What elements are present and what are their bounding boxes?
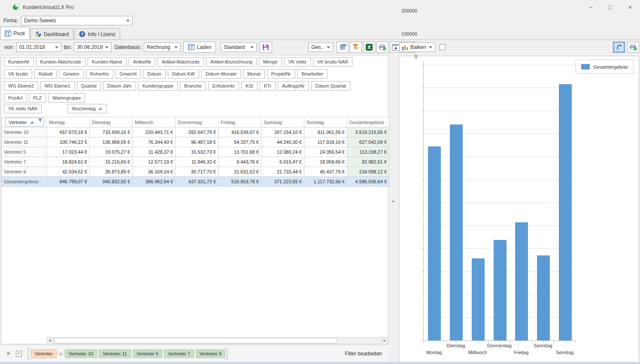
layout-select[interactable]: Standard <box>221 42 257 52</box>
field-chip-kunden-name[interactable]: Kunden-Name <box>88 57 127 67</box>
collapse-right-icon[interactable]: ▸ <box>392 199 394 203</box>
field-chip-artikel-matchcode[interactable]: Artikel-Matchcode <box>158 57 204 67</box>
print-chart-button[interactable]: ? <box>627 42 639 53</box>
swap-axes-button[interactable] <box>613 42 625 53</box>
column-header-dienstag[interactable]: Dienstag <box>90 117 133 127</box>
pivot-cell[interactable]: 19.075,27 € <box>90 147 133 157</box>
field-chip-roherlös[interactable]: Roherlös <box>86 69 113 79</box>
field-chip-branche[interactable]: Branche <box>180 81 206 91</box>
pivot-cell[interactable]: 220.443,71 € <box>133 127 176 137</box>
chart-option-checkbox[interactable] <box>440 44 446 50</box>
remove-filter-icon[interactable]: ✕ <box>6 350 11 357</box>
chart-bar-montag[interactable] <box>428 146 441 340</box>
pivot-cell[interactable]: 733.699,15 € <box>90 127 133 137</box>
field-chip-kundennr[interactable]: KundenNr <box>4 57 34 67</box>
pivot-cell[interactable]: 17.023,44 € <box>47 147 90 157</box>
pivot-cell[interactable]: 113.198,27 € <box>347 147 389 157</box>
chart-bar-freitag[interactable] <box>515 222 528 340</box>
field-chip-menge[interactable]: Menge <box>259 57 282 67</box>
field-chip-artikelnr[interactable]: ArtikelNr <box>129 57 155 67</box>
minimize-button[interactable]: − <box>581 0 601 14</box>
row-header-vertreter-9[interactable]: Vertreter 9 <box>2 167 47 177</box>
scroll-left-icon[interactable]: ◄ <box>46 337 53 344</box>
chart-bar-samstag[interactable] <box>537 255 550 340</box>
filter-value-chip-vertreter-10[interactable]: Vertreter 10 <box>65 349 97 358</box>
pivot-cell[interactable]: 76.344,43 € <box>133 137 176 147</box>
pivot-cell[interactable]: 42.534,62 € <box>47 167 90 177</box>
pivot-cell[interactable]: 287.154,10 € <box>261 127 304 137</box>
field-chip-kst[interactable]: KSt <box>241 81 258 91</box>
pivot-cell[interactable]: 21.631,52 € <box>218 167 261 177</box>
column-header-freitag[interactable]: Freitag <box>218 117 261 127</box>
laden-button[interactable]: Σ Laden <box>183 42 216 53</box>
pivot-cell[interactable]: 3.519.215,55 € <box>347 127 389 137</box>
filter-value-chip-vertreter-7[interactable]: Vertreter 7 <box>164 349 194 358</box>
pivot-cell[interactable]: 92.982,61 € <box>347 157 389 167</box>
chart-bar-sonntag[interactable] <box>559 84 572 340</box>
field-chip-warengruppe[interactable]: Warengruppe <box>48 93 85 103</box>
pivot-cell[interactable]: 515.653,78 € <box>218 177 261 187</box>
pivot-cell[interactable]: 15.216,60 € <box>90 157 133 167</box>
field-chip-datum-kw[interactable]: Datum KW <box>168 69 199 79</box>
row-field-chip[interactable]: Vertreter <box>5 118 44 127</box>
row-header-vertreter-5[interactable]: Vertreter 5 <box>2 147 47 157</box>
pivot-cell[interactable]: 36.169,24 € <box>133 167 176 177</box>
field-settings-button[interactable] <box>337 42 349 53</box>
pivot-cell[interactable]: 18.958,66 € <box>304 157 347 167</box>
print-preview-button[interactable]: ? <box>376 42 388 53</box>
close-button[interactable]: × <box>620 0 640 14</box>
field-chip-artikel-bezeichnung[interactable]: Artikel-Bezeichnung <box>206 57 257 67</box>
column-header-montag[interactable]: Montag <box>47 117 90 127</box>
pivot-cell[interactable]: 282.647,79 € <box>176 127 218 137</box>
pivot-cell[interactable]: 136.968,05 € <box>90 137 133 147</box>
field-chip-quartal[interactable]: Quartal <box>77 81 101 91</box>
filter-active-icon[interactable] <box>38 118 42 122</box>
pivot-cell[interactable]: 18.824,61 € <box>47 157 90 167</box>
scroll-right-icon[interactable]: ► <box>381 337 388 344</box>
filter-enabled-checkbox[interactable]: ✓ <box>16 351 22 357</box>
tab-info-lizenz[interactable]: ? Info / Lizenz <box>74 28 120 39</box>
chart-type-select[interactable]: Balken <box>399 42 435 52</box>
field-chip-datum[interactable]: Datum <box>143 69 165 79</box>
filter-button[interactable] <box>350 42 362 53</box>
pivot-cell[interactable]: 846.799,07 € <box>47 177 90 187</box>
pivot-cell[interactable]: 356.962,94 € <box>133 177 176 187</box>
pivot-cell[interactable]: 12.577,19 € <box>133 157 176 167</box>
pivot-cell[interactable]: 4.586.536,64 € <box>347 177 389 187</box>
pivot-cell[interactable]: 30.717,70 € <box>176 167 218 177</box>
data-field-chip[interactable]: VK netto NAR <box>4 104 42 113</box>
field-chip-vk-brutto[interactable]: VK brutto <box>4 69 32 79</box>
field-chip-projektnr[interactable]: ProjektNr <box>267 69 295 79</box>
pivot-cell[interactable]: 45.437,75 € <box>304 167 347 177</box>
tab-pivot[interactable]: Σ Pivot <box>0 27 30 39</box>
maximize-button[interactable]: □ <box>601 0 620 14</box>
pivot-cell[interactable]: 9.443,76 € <box>218 157 261 167</box>
column-field-chip[interactable]: Wochentag <box>67 104 106 113</box>
pivot-cell[interactable]: 24.356,54 € <box>304 147 347 157</box>
pivot-cell[interactable]: 6.015,47 € <box>261 157 304 167</box>
horizontal-scrollbar[interactable]: ◄ ► <box>46 337 388 344</box>
pivot-cell[interactable]: 117.918,16 € <box>304 137 347 147</box>
pivot-cell[interactable]: 234.098,12 € <box>347 167 389 177</box>
field-chip-wg-ebene1[interactable]: WG Ebene1 <box>40 81 75 91</box>
pivot-cell[interactable]: 100.746,22 € <box>47 137 90 147</box>
chart-bar-dienstag[interactable] <box>450 124 463 340</box>
pivot-cell[interactable]: 21.733,44 € <box>261 167 304 177</box>
pivot-cell[interactable]: 13.701,68 € <box>218 147 261 157</box>
chart-bar-donnerstag[interactable] <box>494 240 507 340</box>
row-header-vertreter-11[interactable]: Vertreter 11 <box>2 137 47 147</box>
scrollbar-thumb[interactable] <box>54 338 337 343</box>
field-chip-erlöskonto[interactable]: Erlöskonto <box>208 81 239 91</box>
field-chip-monat[interactable]: Monat <box>243 69 265 79</box>
pivot-cell[interactable]: 940.832,92 € <box>90 177 133 187</box>
field-chip-posart[interactable]: PosArt <box>4 93 27 103</box>
field-chip-datum-monate[interactable]: Datum Monate <box>201 69 241 79</box>
field-chip-ktr[interactable]: KTr <box>260 81 276 91</box>
field-chip-vk-brutto-nar[interactable]: VK brutto NAR <box>313 57 352 67</box>
ges-select[interactable]: Ges... <box>308 42 333 52</box>
pivot-cell[interactable]: 416.539,07 € <box>218 127 261 137</box>
datenbasis-select[interactable]: Rechnung ... <box>144 42 181 52</box>
pivot-cell[interactable]: 96.487,18 € <box>176 137 218 147</box>
pivot-cell[interactable]: 1.117.732,66 € <box>304 177 347 187</box>
column-header-samstag[interactable]: Samstag <box>261 117 304 127</box>
